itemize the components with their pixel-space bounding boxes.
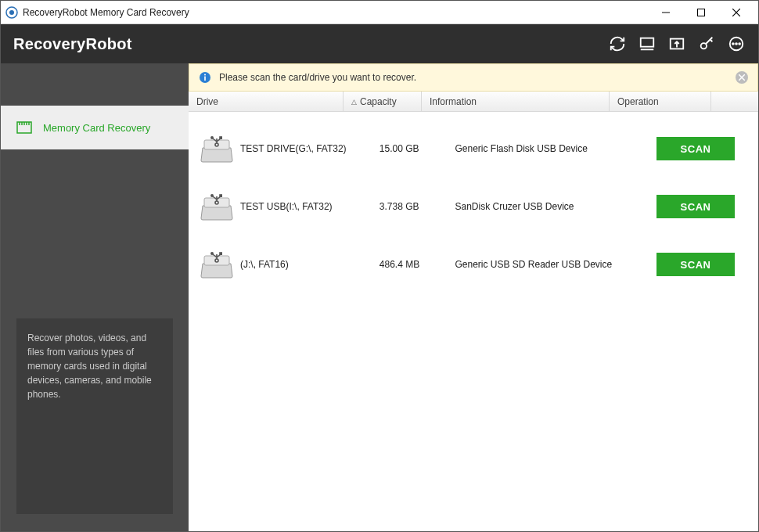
brand-title: RecoveryRobot — [13, 35, 608, 53]
svg-rect-41 — [220, 195, 221, 196]
content-area: Please scan the card/drive you want to r… — [189, 63, 758, 531]
main-body: Memory Card Recovery Recover photos, vid… — [1, 63, 758, 531]
maximize-button[interactable] — [683, 1, 718, 23]
window-title: RecoveryRobot Memory Card Recovery — [23, 7, 648, 18]
svg-point-1 — [9, 10, 14, 15]
sidebar-item-memory-card-recovery[interactable]: Memory Card Recovery — [1, 106, 189, 149]
app-window: RecoveryRobot Memory Card Recovery Recov… — [0, 0, 759, 532]
cell-operation: SCAN — [636, 137, 750, 160]
table-row: (J:\, FAT16) 486.4 MB Generic USB SD Rea… — [189, 235, 758, 293]
svg-point-24 — [204, 74, 206, 76]
col-header-end — [711, 92, 758, 111]
minimize-button[interactable] — [648, 1, 683, 23]
col-header-operation[interactable]: Operation — [610, 92, 711, 111]
close-button[interactable] — [718, 1, 754, 23]
col-header-information[interactable]: Information — [422, 92, 610, 111]
sidebar-description: Recover photos, videos, and files from v… — [16, 318, 173, 514]
table-row: TEST DRIVE(G:\, FAT32) 15.00 GB Generic … — [189, 120, 758, 178]
svg-point-40 — [211, 195, 213, 196]
header-toolbar — [608, 34, 746, 53]
app-icon — [5, 6, 18, 19]
col-header-drive[interactable]: Drive — [189, 92, 344, 111]
usb-drive-icon — [200, 134, 234, 164]
usb-drive-icon — [200, 250, 234, 279]
svg-point-47 — [211, 253, 213, 254]
table-row: TEST USB(I:\, FAT32) 3.738 GB SanDisk Cr… — [189, 178, 758, 235]
scan-button[interactable]: SCAN — [656, 137, 735, 160]
table-body: TEST DRIVE(G:\, FAT32) 15.00 GB Generic … — [189, 112, 758, 531]
info-icon — [199, 71, 211, 84]
svg-rect-48 — [220, 253, 221, 254]
notice-banner: Please scan the card/drive you want to r… — [189, 63, 758, 92]
svg-point-15 — [736, 43, 737, 45]
monitor-icon[interactable] — [638, 34, 656, 53]
svg-point-10 — [701, 43, 707, 49]
notice-text: Please scan the card/drive you want to r… — [219, 72, 736, 83]
sidebar: Memory Card Recovery Recover photos, vid… — [1, 63, 189, 531]
titlebar: RecoveryRobot Memory Card Recovery — [1, 1, 758, 24]
svg-rect-34 — [220, 137, 221, 138]
svg-rect-3 — [697, 9, 704, 16]
header-bar: RecoveryRobot — [1, 24, 758, 63]
scan-button[interactable]: SCAN — [656, 195, 735, 218]
col-header-capacity[interactable]: △Capacity — [344, 92, 422, 111]
usb-drive-icon — [200, 192, 234, 221]
svg-point-33 — [211, 137, 213, 138]
notice-close-button[interactable] — [736, 71, 748, 84]
cell-drive: TEST DRIVE(G:\, FAT32) — [240, 143, 380, 154]
refresh-icon[interactable] — [608, 34, 627, 53]
cell-information: Generic USB SD Reader USB Device — [455, 259, 636, 270]
cell-capacity: 15.00 GB — [380, 143, 455, 154]
table-header: Drive △Capacity Information Operation — [189, 92, 758, 112]
svg-rect-25 — [204, 77, 206, 81]
memory-card-icon — [16, 121, 32, 134]
key-icon[interactable] — [697, 34, 716, 53]
load-session-icon[interactable] — [667, 34, 686, 53]
cell-capacity: 3.738 GB — [380, 201, 455, 212]
svg-rect-6 — [641, 38, 654, 47]
cell-drive: (J:\, FAT16) — [240, 259, 380, 270]
scan-button[interactable]: SCAN — [656, 253, 735, 276]
cell-information: SanDisk Cruzer USB Device — [455, 201, 636, 212]
more-icon[interactable] — [727, 34, 746, 53]
cell-operation: SCAN — [636, 195, 750, 218]
cell-drive: TEST USB(I:\, FAT32) — [240, 201, 380, 212]
window-controls — [648, 1, 754, 23]
cell-information: Generic Flash Disk USB Device — [455, 143, 636, 154]
cell-capacity: 486.4 MB — [380, 259, 455, 270]
svg-point-14 — [732, 43, 734, 45]
sidebar-spacer — [1, 63, 189, 106]
svg-line-12 — [710, 40, 713, 42]
sort-asc-icon: △ — [351, 98, 357, 106]
svg-point-16 — [739, 43, 740, 45]
sidebar-item-label: Memory Card Recovery — [43, 122, 150, 134]
cell-operation: SCAN — [636, 253, 750, 276]
